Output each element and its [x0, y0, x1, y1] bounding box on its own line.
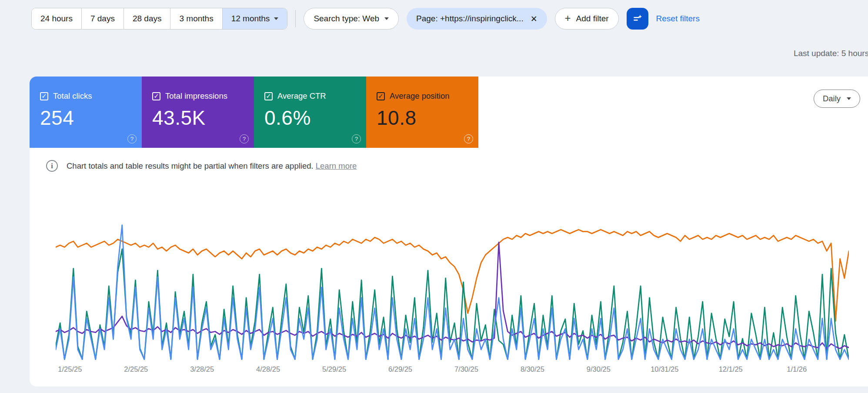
- plus-icon: +: [565, 13, 571, 23]
- add-filter-button[interactable]: + Add filter: [555, 8, 619, 30]
- metric-card-average-position[interactable]: ✓ Average position 10.8 ?: [366, 77, 478, 148]
- info-icon: i: [46, 160, 58, 172]
- last-update-text: Last update: 5 hours a: [794, 49, 868, 58]
- help-icon[interactable]: ?: [240, 134, 249, 143]
- metric-label: Average CTR: [277, 91, 326, 101]
- chart-canvas: [56, 204, 849, 360]
- date-range-24-hours[interactable]: 24 hours: [32, 8, 81, 29]
- page-filter-chip[interactable]: Page: +https://inspiringclick... ✕: [407, 8, 547, 30]
- date-range-label: 7 days: [90, 14, 115, 23]
- x-axis-label: 1/25/25: [58, 365, 82, 373]
- toolbar-divider: [295, 10, 296, 27]
- metric-value: 10.8: [377, 106, 469, 130]
- filter-sparkle-icon: [632, 13, 643, 24]
- checkbox-checked-icon[interactable]: ✓: [40, 92, 48, 100]
- x-axis-label: 8/30/25: [521, 365, 544, 373]
- date-range-3-months[interactable]: 3 months: [170, 8, 222, 29]
- x-axis-label: 7/30/25: [454, 365, 478, 373]
- learn-more-link[interactable]: Learn more: [316, 161, 357, 170]
- notice-text: Chart totals and table results might be …: [67, 161, 314, 170]
- search-type-label: Search type: Web: [314, 14, 379, 23]
- checkbox-checked-icon[interactable]: ✓: [152, 92, 160, 100]
- metric-value: 0.6%: [264, 106, 357, 130]
- metric-card-total-clicks[interactable]: ✓ Total clicks 254 ?: [30, 77, 142, 148]
- date-range-12-months[interactable]: 12 months: [222, 8, 287, 29]
- page-filter-label: Page: +https://inspiringclick...: [416, 14, 524, 23]
- add-filter-label: Add filter: [576, 14, 609, 23]
- date-range-label: 3 months: [179, 14, 213, 23]
- x-axis-label: 2/25/25: [124, 365, 148, 373]
- chevron-down-icon: [384, 17, 389, 20]
- metric-label: Total impressions: [165, 91, 227, 101]
- search-type-dropdown[interactable]: Search type: Web: [304, 8, 399, 30]
- metric-value: 254: [40, 106, 132, 130]
- metric-cards: ✓ Total clicks 254 ? ✓ Total impressions…: [30, 77, 868, 148]
- granularity-dropdown[interactable]: Daily: [814, 90, 860, 108]
- x-axis-label: 1/1/26: [787, 365, 807, 373]
- granularity-label: Daily: [823, 94, 841, 103]
- date-range-group: 24 hours 7 days 28 days 3 months 12 mont…: [31, 8, 287, 30]
- help-icon[interactable]: ?: [464, 134, 473, 143]
- x-axis-label: 10/31/25: [651, 365, 678, 373]
- x-axis-label: 3/28/25: [190, 365, 214, 373]
- chevron-down-icon: [274, 17, 278, 20]
- x-axis-label: 9/30/25: [587, 365, 611, 373]
- date-range-label: 24 hours: [40, 14, 73, 23]
- x-axis-label: 6/29/25: [388, 365, 412, 373]
- chevron-down-icon: [847, 97, 851, 100]
- help-icon[interactable]: ?: [352, 134, 361, 143]
- x-axis-label: 12/1/25: [719, 365, 743, 373]
- metric-label: Total clicks: [53, 91, 92, 101]
- reset-filters-link[interactable]: Reset filters: [656, 14, 700, 23]
- date-range-7-days[interactable]: 7 days: [81, 8, 124, 29]
- close-icon[interactable]: ✕: [529, 14, 537, 24]
- metric-card-average-ctr[interactable]: ✓ Average CTR 0.6% ?: [254, 77, 366, 148]
- x-axis-label: 5/29/25: [322, 365, 346, 373]
- help-icon[interactable]: ?: [127, 134, 137, 143]
- metric-card-total-impressions[interactable]: ✓ Total impressions 43.5K ?: [142, 77, 254, 148]
- performance-chart[interactable]: [56, 204, 849, 360]
- partial-data-notice: i Chart totals and table results might b…: [46, 160, 357, 172]
- checkbox-checked-icon[interactable]: ✓: [264, 92, 273, 100]
- date-range-label: 12 months: [231, 14, 270, 23]
- x-axis: 1/25/252/25/253/28/254/28/255/29/256/29/…: [56, 365, 849, 376]
- date-range-label: 28 days: [133, 14, 162, 23]
- smart-filter-button[interactable]: [627, 8, 648, 30]
- checkbox-checked-icon[interactable]: ✓: [377, 92, 385, 100]
- metric-value: 43.5K: [152, 106, 244, 130]
- metric-label: Average position: [390, 91, 449, 101]
- filter-toolbar: 24 hours 7 days 28 days 3 months 12 mont…: [31, 8, 700, 30]
- performance-panel: ✓ Total clicks 254 ? ✓ Total impressions…: [30, 77, 868, 386]
- date-range-28-days[interactable]: 28 days: [124, 8, 170, 29]
- x-axis-label: 4/28/25: [256, 365, 280, 373]
